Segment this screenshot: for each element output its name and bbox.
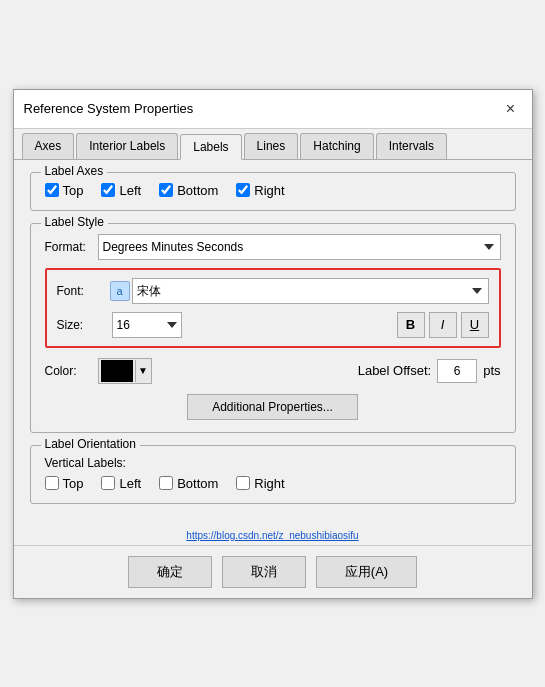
font-label: Font: [57,284,102,298]
font-row: Font: a 宋体 [57,278,489,304]
color-swatch-button[interactable]: ▼ [98,358,152,384]
tab-lines[interactable]: Lines [244,133,299,159]
title-bar: Reference System Properties × [14,90,532,129]
orient-checkbox-top[interactable]: Top [45,476,84,491]
orient-checkbox-left[interactable]: Left [101,476,141,491]
ok-button[interactable]: 确定 [128,556,212,588]
checkbox-bottom-input[interactable] [159,183,173,197]
format-row: Format: Degrees Minutes Seconds [45,234,501,260]
checkbox-left-label: Left [119,183,141,198]
label-offset-row: Label Offset: pts [358,359,501,383]
window-title: Reference System Properties [24,101,194,116]
orient-checkbox-right-input[interactable] [236,476,250,490]
orient-bottom-label: Bottom [177,476,218,491]
cancel-button[interactable]: 取消 [222,556,306,588]
font-size-highlight: Font: a 宋体 Size: 16 [45,268,501,348]
tab-intervals[interactable]: Intervals [376,133,447,159]
color-offset-row: Color: ▼ Label Offset: pts [45,358,501,384]
watermark: https://blog.csdn.net/z_nebushibiaosifu [14,528,532,545]
orient-checkbox-bottom[interactable]: Bottom [159,476,218,491]
label-orientation-title: Label Orientation [41,437,140,451]
checkbox-right-input[interactable] [236,183,250,197]
tab-hatching[interactable]: Hatching [300,133,373,159]
tab-content: Label Axes Top Left Bottom Right [14,160,532,528]
label-offset-input[interactable] [437,359,477,383]
orient-checkbox-bottom-input[interactable] [159,476,173,490]
label-axes-group: Label Axes Top Left Bottom Right [30,172,516,211]
size-row: Size: 16 B I U [57,312,489,338]
checkbox-top-input[interactable] [45,183,59,197]
main-window: Reference System Properties × Axes Inter… [13,89,533,599]
label-axes-checkboxes: Top Left Bottom Right [45,183,501,198]
label-orientation-group: Label Orientation Vertical Labels: Top L… [30,445,516,504]
tab-bar: Axes Interior Labels Labels Lines Hatchi… [14,129,532,160]
underline-button[interactable]: U [461,312,489,338]
color-arrow-icon: ▼ [135,360,151,382]
pts-label: pts [483,363,500,378]
label-style-title: Label Style [41,215,108,229]
tab-labels[interactable]: Labels [180,134,241,160]
checkbox-top-label: Top [63,183,84,198]
orient-left-label: Left [119,476,141,491]
orient-checkbox-right[interactable]: Right [236,476,284,491]
font-icon-letter: a [116,285,122,297]
font-select-wrapper: a 宋体 [110,278,489,304]
checkbox-top[interactable]: Top [45,183,84,198]
font-icon: a [110,281,130,301]
italic-button[interactable]: I [429,312,457,338]
orient-right-label: Right [254,476,284,491]
color-label: Color: [45,364,90,378]
font-dropdown[interactable]: 宋体 [132,278,489,304]
label-axes-title: Label Axes [41,164,108,178]
additional-properties-button[interactable]: Additional Properties... [187,394,358,420]
close-button[interactable]: × [500,98,522,120]
checkbox-right[interactable]: Right [236,183,284,198]
checkbox-bottom[interactable]: Bottom [159,183,218,198]
apply-button[interactable]: 应用(A) [316,556,417,588]
orient-checkbox-top-input[interactable] [45,476,59,490]
size-label: Size: [57,318,102,332]
size-dropdown[interactable]: 16 [112,312,182,338]
bottom-bar: 确定 取消 应用(A) [14,545,532,598]
checkbox-right-label: Right [254,183,284,198]
label-style-group: Label Style Format: Degrees Minutes Seco… [30,223,516,433]
orientation-checkboxes: Top Left Bottom Right [45,476,501,491]
orient-top-label: Top [63,476,84,491]
color-swatch [101,360,133,382]
style-buttons: B I U [397,312,489,338]
vertical-labels-label: Vertical Labels: [45,456,501,470]
format-label: Format: [45,240,90,254]
checkbox-bottom-label: Bottom [177,183,218,198]
label-offset-label: Label Offset: [358,363,431,378]
checkbox-left-input[interactable] [101,183,115,197]
tab-axes[interactable]: Axes [22,133,75,159]
format-dropdown[interactable]: Degrees Minutes Seconds [98,234,501,260]
orient-checkbox-left-input[interactable] [101,476,115,490]
bold-button[interactable]: B [397,312,425,338]
tab-interior-labels[interactable]: Interior Labels [76,133,178,159]
checkbox-left[interactable]: Left [101,183,141,198]
